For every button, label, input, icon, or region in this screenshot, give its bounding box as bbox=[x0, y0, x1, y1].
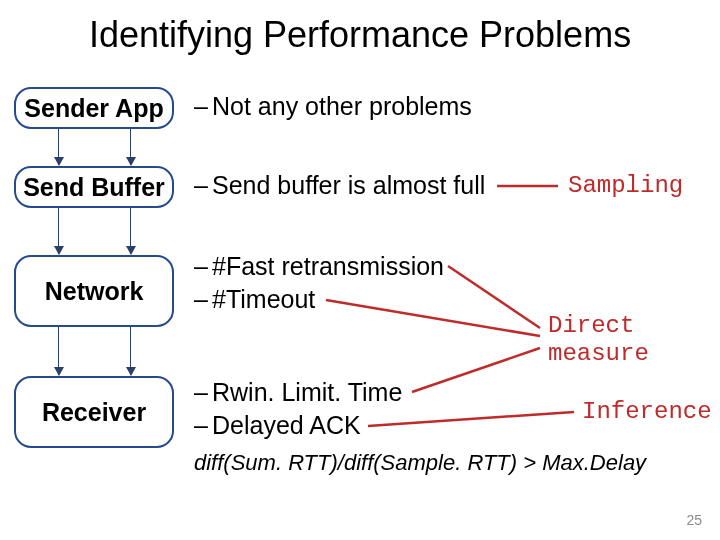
arrow-down-icon bbox=[58, 208, 59, 254]
svg-line-3 bbox=[412, 348, 540, 392]
label-inference: Inference bbox=[582, 398, 712, 425]
bullet-buffer-full: –Send buffer is almost full bbox=[194, 171, 485, 200]
label-direct-l2: measure bbox=[548, 340, 649, 367]
arrow-down-icon bbox=[130, 208, 131, 254]
bullet-text: Not any other problems bbox=[212, 92, 472, 120]
arrow-down-icon bbox=[58, 129, 59, 165]
bullet-text: #Fast retransmission bbox=[212, 252, 444, 280]
bullet-fast-retx: –#Fast retransmission bbox=[194, 252, 444, 281]
bullet-text: Send buffer is almost full bbox=[212, 171, 485, 199]
bullet-text: #Timeout bbox=[212, 285, 315, 313]
bullet-rwin: –Rwin. Limit. Time bbox=[194, 378, 402, 407]
arrow-down-icon bbox=[130, 327, 131, 375]
bullet-delayed-ack: –Delayed ACK bbox=[194, 411, 361, 440]
label-sampling: Sampling bbox=[568, 172, 683, 199]
box-network: Network bbox=[14, 255, 174, 327]
arrow-down-icon bbox=[130, 129, 131, 165]
arrow-down-icon bbox=[58, 327, 59, 375]
svg-line-4 bbox=[368, 412, 574, 426]
box-send-buffer: Send Buffer bbox=[14, 166, 174, 208]
page-number: 25 bbox=[686, 512, 702, 528]
label-direct-l1: Direct bbox=[548, 312, 634, 339]
svg-line-2 bbox=[326, 300, 540, 336]
bullet-text: Delayed ACK bbox=[212, 411, 361, 439]
box-receiver: Receiver bbox=[14, 376, 174, 448]
bullet-timeout: –#Timeout bbox=[194, 285, 315, 314]
formula-text: diff(Sum. RTT)/diff(Sample. RTT) > Max.D… bbox=[194, 450, 646, 476]
bullet-text: Rwin. Limit. Time bbox=[212, 378, 402, 406]
bullet-not-any: –Not any other problems bbox=[194, 92, 472, 121]
box-sender-app: Sender App bbox=[14, 87, 174, 129]
slide-title: Identifying Performance Problems bbox=[0, 14, 720, 56]
svg-line-1 bbox=[448, 266, 540, 328]
